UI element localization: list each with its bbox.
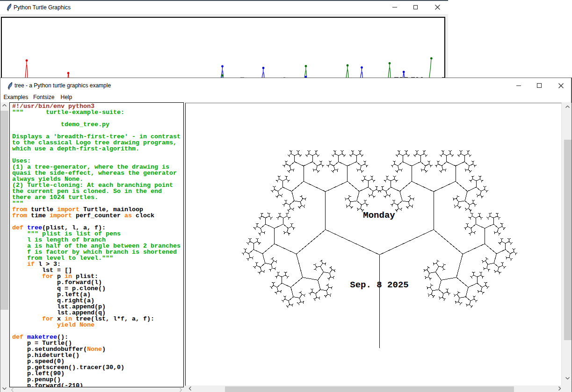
svg-text:Monday: Monday	[363, 210, 395, 221]
svg-text:Sep. 8 2025: Sep. 8 2025	[350, 280, 408, 290]
